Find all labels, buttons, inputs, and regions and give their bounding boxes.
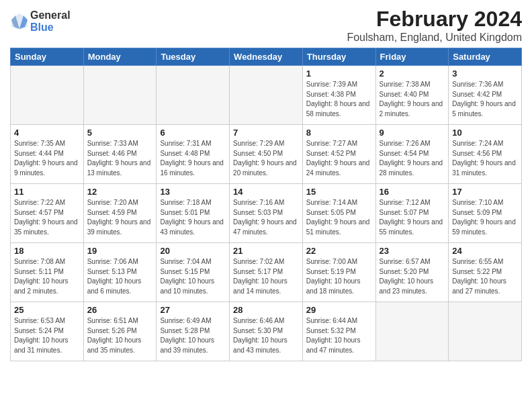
day-detail: Sunrise: 7:24 AM Sunset: 4:56 PM Dayligh…: [452, 139, 518, 178]
day-detail: Sunrise: 6:55 AM Sunset: 5:22 PM Dayligh…: [452, 257, 518, 296]
table-row: [449, 302, 522, 361]
day-number: 19: [87, 246, 153, 256]
page-header: General Blue February 2024 Foulsham, Eng…: [10, 7, 522, 44]
day-detail: Sunrise: 7:26 AM Sunset: 4:54 PM Dayligh…: [380, 139, 445, 178]
table-row: 7Sunrise: 7:29 AM Sunset: 4:50 PM Daylig…: [230, 125, 303, 184]
day-number: 15: [306, 187, 372, 197]
day-detail: Sunrise: 6:51 AM Sunset: 5:26 PM Dayligh…: [87, 316, 153, 355]
day-detail: Sunrise: 7:06 AM Sunset: 5:13 PM Dayligh…: [87, 257, 153, 296]
table-row: 3Sunrise: 7:36 AM Sunset: 4:42 PM Daylig…: [449, 66, 522, 125]
calendar-header-row: Sunday Monday Tuesday Wednesday Thursday…: [11, 48, 522, 66]
col-sunday: Sunday: [11, 48, 84, 66]
table-row: 20Sunrise: 7:04 AM Sunset: 5:15 PM Dayli…: [157, 243, 230, 302]
table-row: 18Sunrise: 7:08 AM Sunset: 5:11 PM Dayli…: [11, 243, 84, 302]
table-row: 8Sunrise: 7:27 AM Sunset: 4:52 PM Daylig…: [302, 125, 375, 184]
table-row: 16Sunrise: 7:12 AM Sunset: 5:07 PM Dayli…: [375, 184, 449, 243]
day-number: 8: [306, 128, 372, 138]
day-number: 27: [160, 305, 226, 315]
day-number: 18: [14, 246, 80, 256]
calendar-subtitle: Foulsham, England, United Kingdom: [347, 32, 522, 44]
table-row: 21Sunrise: 7:02 AM Sunset: 5:17 PM Dayli…: [230, 243, 303, 302]
day-detail: Sunrise: 7:04 AM Sunset: 5:15 PM Dayligh…: [160, 257, 226, 296]
table-row: 4Sunrise: 7:35 AM Sunset: 4:44 PM Daylig…: [11, 125, 84, 184]
day-detail: Sunrise: 7:29 AM Sunset: 4:50 PM Dayligh…: [233, 139, 299, 178]
day-detail: Sunrise: 7:20 AM Sunset: 4:59 PM Dayligh…: [87, 198, 153, 237]
table-row: 11Sunrise: 7:22 AM Sunset: 4:57 PM Dayli…: [11, 184, 84, 243]
day-number: 12: [87, 187, 153, 197]
day-number: 7: [233, 128, 299, 138]
table-row: [11, 66, 84, 125]
table-row: 19Sunrise: 7:06 AM Sunset: 5:13 PM Dayli…: [83, 243, 157, 302]
calendar-week-row: 1Sunrise: 7:39 AM Sunset: 4:38 PM Daylig…: [11, 66, 522, 125]
calendar-week-row: 18Sunrise: 7:08 AM Sunset: 5:11 PM Dayli…: [11, 243, 522, 302]
day-number: 22: [306, 246, 372, 256]
col-wednesday: Wednesday: [230, 48, 303, 66]
table-row: 28Sunrise: 6:46 AM Sunset: 5:30 PM Dayli…: [230, 302, 303, 361]
table-row: 15Sunrise: 7:14 AM Sunset: 5:05 PM Dayli…: [302, 184, 375, 243]
table-row: 23Sunrise: 6:57 AM Sunset: 5:20 PM Dayli…: [375, 243, 449, 302]
table-row: 2Sunrise: 7:38 AM Sunset: 4:40 PM Daylig…: [375, 66, 449, 125]
day-number: 25: [14, 305, 80, 315]
day-number: 11: [14, 187, 80, 197]
table-row: 26Sunrise: 6:51 AM Sunset: 5:26 PM Dayli…: [83, 302, 157, 361]
day-number: 2: [380, 68, 445, 79]
calendar-table: Sunday Monday Tuesday Wednesday Thursday…: [10, 48, 522, 361]
day-number: 23: [380, 246, 445, 256]
logo-text: General Blue: [30, 9, 71, 33]
day-detail: Sunrise: 7:00 AM Sunset: 5:19 PM Dayligh…: [306, 257, 372, 296]
table-row: [157, 66, 230, 125]
day-number: 1: [306, 68, 372, 79]
calendar-week-row: 4Sunrise: 7:35 AM Sunset: 4:44 PM Daylig…: [11, 125, 522, 184]
table-row: 6Sunrise: 7:31 AM Sunset: 4:48 PM Daylig…: [157, 125, 230, 184]
day-detail: Sunrise: 6:44 AM Sunset: 5:32 PM Dayligh…: [306, 316, 372, 355]
table-row: 14Sunrise: 7:16 AM Sunset: 5:03 PM Dayli…: [230, 184, 303, 243]
day-detail: Sunrise: 7:02 AM Sunset: 5:17 PM Dayligh…: [233, 257, 299, 296]
day-detail: Sunrise: 7:33 AM Sunset: 4:46 PM Dayligh…: [87, 139, 153, 178]
day-detail: Sunrise: 7:18 AM Sunset: 5:01 PM Dayligh…: [160, 198, 226, 237]
day-detail: Sunrise: 7:22 AM Sunset: 4:57 PM Dayligh…: [14, 198, 80, 237]
table-row: [230, 66, 303, 125]
table-row: [83, 66, 157, 125]
col-thursday: Thursday: [302, 48, 375, 66]
day-number: 29: [306, 305, 372, 315]
day-detail: Sunrise: 7:16 AM Sunset: 5:03 PM Dayligh…: [233, 198, 299, 237]
day-number: 5: [87, 128, 153, 138]
col-tuesday: Tuesday: [157, 48, 230, 66]
day-detail: Sunrise: 7:10 AM Sunset: 5:09 PM Dayligh…: [452, 198, 518, 237]
table-row: [375, 302, 449, 361]
table-row: 24Sunrise: 6:55 AM Sunset: 5:22 PM Dayli…: [449, 243, 522, 302]
table-row: 25Sunrise: 6:53 AM Sunset: 5:24 PM Dayli…: [11, 302, 84, 361]
table-row: 29Sunrise: 6:44 AM Sunset: 5:32 PM Dayli…: [302, 302, 375, 361]
table-row: 10Sunrise: 7:24 AM Sunset: 4:56 PM Dayli…: [449, 125, 522, 184]
calendar-week-row: 25Sunrise: 6:53 AM Sunset: 5:24 PM Dayli…: [11, 302, 522, 361]
logo: General Blue: [10, 9, 71, 33]
col-friday: Friday: [375, 48, 449, 66]
day-detail: Sunrise: 7:31 AM Sunset: 4:48 PM Dayligh…: [160, 139, 226, 178]
day-detail: Sunrise: 7:12 AM Sunset: 5:07 PM Dayligh…: [380, 198, 445, 237]
day-number: 20: [160, 246, 226, 256]
day-detail: Sunrise: 6:46 AM Sunset: 5:30 PM Dayligh…: [233, 316, 299, 355]
table-row: 22Sunrise: 7:00 AM Sunset: 5:19 PM Dayli…: [302, 243, 375, 302]
day-detail: Sunrise: 7:38 AM Sunset: 4:40 PM Dayligh…: [380, 80, 445, 119]
day-number: 4: [14, 128, 80, 138]
day-number: 9: [380, 128, 445, 138]
day-detail: Sunrise: 7:35 AM Sunset: 4:44 PM Dayligh…: [14, 139, 80, 178]
table-row: 13Sunrise: 7:18 AM Sunset: 5:01 PM Dayli…: [157, 184, 230, 243]
table-row: 17Sunrise: 7:10 AM Sunset: 5:09 PM Dayli…: [449, 184, 522, 243]
day-detail: Sunrise: 7:14 AM Sunset: 5:05 PM Dayligh…: [306, 198, 372, 237]
day-number: 26: [87, 305, 153, 315]
logo-general-text: General: [30, 9, 71, 21]
col-monday: Monday: [83, 48, 157, 66]
day-number: 6: [160, 128, 226, 138]
day-number: 14: [233, 187, 299, 197]
day-number: 21: [233, 246, 299, 256]
day-number: 16: [380, 187, 445, 197]
day-detail: Sunrise: 7:27 AM Sunset: 4:52 PM Dayligh…: [306, 139, 372, 178]
day-detail: Sunrise: 7:08 AM Sunset: 5:11 PM Dayligh…: [14, 257, 80, 296]
table-row: 27Sunrise: 6:49 AM Sunset: 5:28 PM Dayli…: [157, 302, 230, 361]
day-number: 17: [452, 187, 518, 197]
day-number: 24: [452, 246, 518, 256]
day-detail: Sunrise: 6:49 AM Sunset: 5:28 PM Dayligh…: [160, 316, 226, 355]
logo-blue-text: Blue: [30, 21, 71, 34]
calendar-title: February 2024: [347, 7, 522, 32]
